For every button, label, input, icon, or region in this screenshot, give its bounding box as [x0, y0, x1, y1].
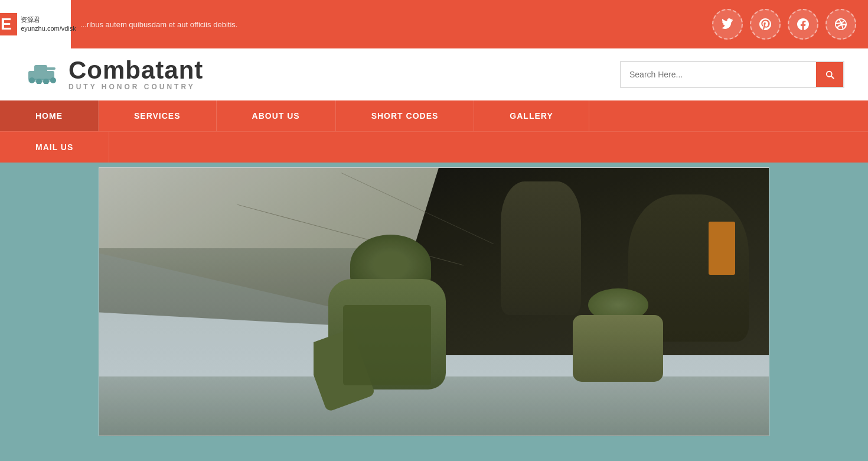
header: Combatant DUTY HONOR COUNTRY — [0, 48, 868, 100]
logo-text: 资源君 eyunzhu.com/vdisk — [21, 15, 76, 34]
nav-item-home[interactable]: HOME — [0, 100, 99, 131]
search-bar — [620, 61, 844, 88]
logo-line1: 资源君 — [21, 15, 76, 24]
facebook-icon[interactable] — [788, 9, 818, 40]
brand-tagline: DUTY HONOR COUNTRY — [68, 83, 203, 91]
nav-item-about[interactable]: ABOUT US — [217, 100, 336, 131]
brand: Combatant DUTY HONOR COUNTRY — [24, 58, 203, 91]
nav-item-mail[interactable]: MAIL US — [0, 132, 109, 163]
brand-name: Combatant — [68, 58, 203, 83]
top-bar: E 资源君 eyunzhu.com/vdisk ...ribus autem q… — [0, 0, 868, 48]
social-icons — [712, 9, 856, 40]
logo-box: E 资源君 eyunzhu.com/vdisk — [0, 0, 71, 48]
svg-rect-2 — [45, 67, 56, 70]
logo-inner: E 资源君 eyunzhu.com/vdisk — [0, 13, 76, 35]
logo-line2: eyunzhu.com/vdisk — [21, 24, 76, 33]
search-input[interactable] — [621, 70, 816, 79]
search-button[interactable] — [816, 62, 843, 87]
dribbble-icon[interactable] — [825, 9, 856, 40]
hero-placeholder — [99, 168, 769, 436]
nav-primary: HOME SERVICES ABOUT US SHORT CODES GALLE… — [0, 100, 868, 131]
top-bar-left: E 资源君 eyunzhu.com/vdisk ...ribus autem q… — [0, 0, 237, 48]
nav-secondary: MAIL US — [0, 131, 868, 163]
brand-text: Combatant DUTY HONOR COUNTRY — [68, 58, 203, 91]
svg-rect-7 — [28, 79, 54, 82]
nav-item-gallery[interactable]: GALLERY — [474, 100, 589, 131]
logo-e-letter: E — [0, 13, 17, 35]
brand-icon — [24, 60, 59, 89]
hero-image — [99, 167, 769, 436]
twitter-icon[interactable] — [712, 9, 743, 40]
top-bar-tagline: ...ribus autem quibusdam et aut officiis… — [80, 20, 237, 29]
nav-item-services[interactable]: SERVICES — [99, 100, 217, 131]
pinterest-icon[interactable] — [750, 9, 781, 40]
nav-item-shortcodes[interactable]: SHORT CODES — [336, 100, 475, 131]
